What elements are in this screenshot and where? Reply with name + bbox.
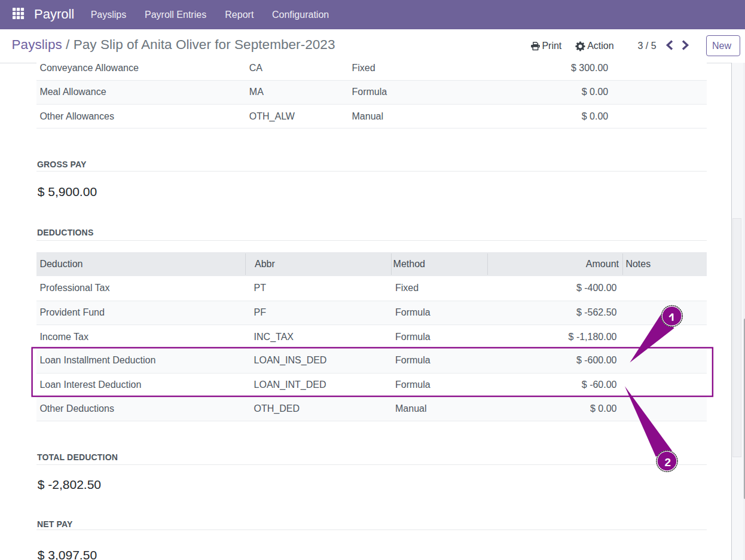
svg-text:2: 2 xyxy=(665,456,671,469)
